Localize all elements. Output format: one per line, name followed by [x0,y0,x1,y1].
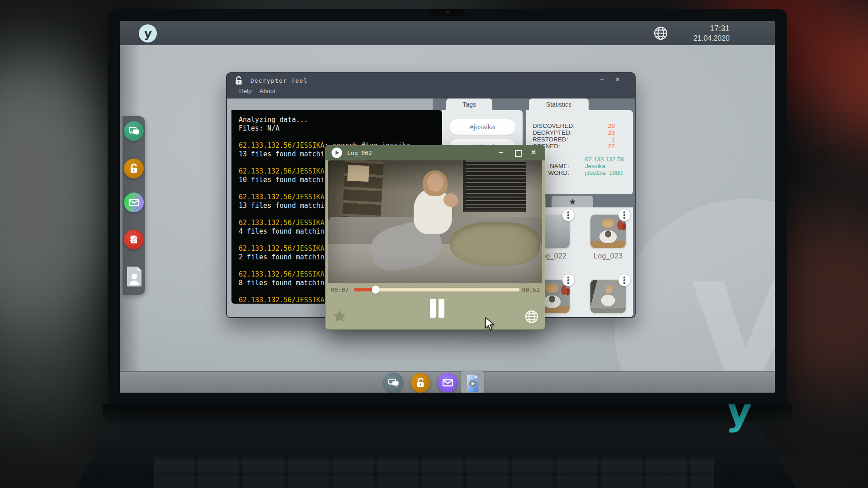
share-globe-button[interactable] [524,310,539,324]
taskbar [120,371,775,393]
mouse-cursor [484,317,497,332]
lock-icon [235,76,242,85]
menu-item-help[interactable]: Help [239,88,252,94]
file-menu-button[interactable] [618,209,630,221]
background-blur [0,289,108,425]
sidebar-app-contact-file-icon[interactable] [125,265,144,287]
clock: 17:31 21.04.2020 [693,24,730,43]
minimize-button[interactable]: – [598,75,607,83]
stat-row: DISCOVERED:29 [526,122,633,129]
terminal-line [239,133,442,141]
file-menu-button[interactable] [562,209,574,221]
current-time: 00:07 [331,286,349,293]
taskbar-app-padlock-open-icon[interactable] [410,373,430,393]
menu-bar: HelpAbout [231,87,275,98]
taskbar-app-video-player-icon[interactable] [461,371,484,393]
terminal-line: Analyzing data... [239,116,442,124]
stat-row: RESTORED:1 [526,136,633,143]
laptop-lid: y 17:31 21.04.2020 y [108,9,787,404]
screen: y 17:31 21.04.2020 y [120,21,775,393]
seek-bar[interactable] [354,288,519,291]
network-globe-icon[interactable] [653,26,668,41]
sidebar-app-chat-bubbles-icon[interactable] [124,121,144,141]
file-name: Log_023 [583,252,633,260]
webcam-notch [430,9,465,16]
seek-handle[interactable] [372,286,380,294]
file-tile[interactable] [590,280,626,313]
tab-favorites[interactable] [552,196,593,207]
player-close-button[interactable]: ✕ [529,149,538,156]
player-maximize-button[interactable] [515,150,522,157]
pause-button[interactable] [430,299,444,318]
close-button[interactable]: ✕ [613,76,622,83]
favorite-star-button[interactable] [332,309,347,324]
room-background: y y 17:31 21.04.2020 y [0,0,868,488]
laptop-keyboard [154,457,714,488]
tab-statistics[interactable]: Statistics [529,99,589,110]
play-circle-icon [331,147,343,159]
tag-pill[interactable]: #jessika [449,119,515,135]
taskbar-app-chat-bubbles-icon[interactable] [383,373,403,393]
stat-row: DECRYPTED:23 [526,129,633,136]
clock-time: 17:31 [693,24,730,34]
player-controls: 00:07 00:52 [326,283,545,329]
tab-tags[interactable]: Tags [446,99,492,110]
desktop: y Decrypter Tool – ✕ HelpAbout [120,45,775,372]
video-player-window: Log_062 – ✕ [325,145,545,330]
player-minimize-button[interactable]: – [496,148,505,155]
window-title: Decrypter Tool [250,77,307,84]
total-time: 00:52 [522,286,540,293]
star-icon [569,198,576,206]
player-titlebar[interactable]: Log_062 – ✕ [326,145,545,160]
sidebar-app-padlock-open-icon[interactable] [124,159,144,178]
player-window-title: Log_062 [347,150,372,156]
sidebar-app-notepad-icon[interactable] [124,230,144,249]
decrypter-titlebar[interactable]: Decrypter Tool – ✕ HelpAbout [227,73,635,99]
taskbar-app-envelope-icon[interactable] [438,373,458,393]
file-menu-button[interactable] [562,274,574,286]
webcam-icon [446,11,449,14]
sidebar-app-envelope-icon[interactable] [124,192,144,212]
terminal-line: Files: N/A [239,124,442,133]
os-logo: y [139,24,157,42]
file-tile[interactable] [590,215,626,248]
clock-date: 21.04.2020 [693,34,730,43]
top-bar: y 17:31 21.04.2020 [120,21,775,45]
video-vignette [328,160,542,283]
laptop-hinge [103,404,792,422]
video-frame[interactable] [328,160,542,283]
desktop-watermark: y [615,199,775,372]
file-menu-button[interactable] [618,274,630,286]
menu-item-about[interactable]: About [259,88,275,94]
